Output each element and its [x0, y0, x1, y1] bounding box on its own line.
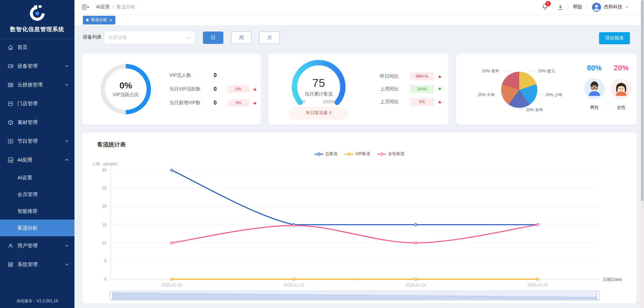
sub-item-label: 客流分析 — [17, 225, 38, 231]
stat-row: 上周同比 100% — [380, 85, 445, 93]
sidebar-subitem-ai-settings[interactable]: AI设置 — [0, 169, 74, 186]
svg-text:2025-01-25: 2025-01-25 — [527, 283, 548, 288]
close-icon[interactable] — [109, 19, 112, 21]
datazoom-left-handle[interactable] — [110, 291, 113, 300]
stat-value: 0 — [214, 86, 228, 92]
sidebar-item-ai[interactable]: AI AI应用 — [0, 150, 74, 169]
sidebar-item-label: 节目管理 — [17, 138, 65, 144]
pie-label-middleage: 20% 中年 — [478, 92, 495, 98]
stat-label: 上周同比 — [380, 86, 410, 92]
sidebar-item-label: AI应用 — [17, 157, 65, 163]
down-arrow-icon — [438, 88, 441, 90]
sidebar-item-splice[interactable]: 云拼接管理 — [0, 75, 74, 94]
help-link[interactable]: 帮助 — [573, 4, 582, 10]
svg-text:15: 15 — [102, 222, 107, 227]
sidebar-item-home[interactable]: 首页 — [0, 38, 74, 57]
divider — [568, 5, 568, 10]
tabbar: 客流分析 — [74, 14, 641, 26]
main-content: 设备列表 全部设备 日 周 月 导出报表 0% VIP活跃占比 — [74, 26, 641, 308]
splice-icon — [7, 82, 13, 88]
svg-text:20: 20 — [102, 204, 107, 209]
app-logo — [0, 0, 74, 22]
active-dot-icon — [86, 19, 89, 21]
sidebar-item-label: 设备管理 — [17, 63, 65, 69]
sidebar-item-materials[interactable]: 素材管理 — [0, 113, 74, 132]
sidebar-item-users[interactable]: 用户管理 — [0, 236, 74, 255]
sub-item-label: AI设置 — [17, 175, 32, 181]
topbar: AI应用 / 客流分析 5 帮助 杰和科技 — [74, 0, 641, 14]
stat-label: 当日新增VIP数 — [169, 100, 214, 106]
daily-traffic-card: 75 当日累计客流 0 10000 昨日客流量 0 昨日同比 999+% 上周同… — [268, 54, 448, 125]
device-select[interactable]: 全部设备 — [104, 31, 195, 44]
x-axis-title: 日期(Date) — [603, 277, 622, 283]
traffic-statistics-card: 客流统计表 总客流 VIP客流 女性客流 人数（people） 05101520… — [82, 132, 637, 303]
breadcrumb: AI应用 / 客流分析 — [96, 4, 135, 10]
stat-row: 上月同比 0% — [380, 98, 445, 106]
yesterday-traffic-pill: 昨日客流量 0 — [289, 107, 348, 119]
period-day-button[interactable]: 日 — [203, 32, 223, 44]
stat-row: VIP总人数 0 — [169, 71, 258, 79]
pie-leader-lines — [456, 54, 567, 125]
up-arrow-icon — [253, 88, 257, 90]
vip-stat-rows: VIP总人数 0 当日VIP活跃数 0 0% 当日新增VIP数 0 0% — [169, 54, 261, 125]
stat-badge: 0% — [228, 85, 249, 93]
datazoom-slider[interactable] — [111, 291, 599, 301]
sidebar-subitem-traffic-analysis[interactable]: 客流分析 — [0, 220, 74, 236]
sub-item-label: 智能推荐 — [17, 208, 38, 214]
stat-row: 当日新增VIP数 0 0% — [169, 99, 258, 107]
menu-fold-icon[interactable] — [82, 4, 89, 10]
system-icon — [7, 261, 13, 267]
sidebar-item-system[interactable]: 系统管理 — [0, 255, 74, 274]
sidebar-item-label: 系统管理 — [17, 261, 65, 268]
stat-badge: 100% — [410, 85, 434, 93]
svg-text:AI: AI — [9, 159, 12, 162]
stat-row: 昨日同比 999+% — [380, 72, 445, 80]
vip-activity-card: 0% VIP活跃占比 VIP总人数 0 当日VIP活跃数 0 0% — [82, 54, 261, 125]
filter-toolbar: 设备列表 全部设备 日 周 月 导出报表 — [74, 30, 641, 44]
breadcrumb-parent[interactable]: AI应用 — [96, 4, 110, 10]
daily-traffic-value: 75 — [268, 77, 369, 88]
export-report-button[interactable]: 导出报表 — [599, 32, 630, 44]
sidebar-item-devices[interactable]: 设备管理 — [0, 57, 74, 75]
pie-label-youth: 20% 青年 — [526, 107, 543, 113]
male-percent: 80% — [587, 64, 602, 72]
download-button[interactable] — [558, 4, 563, 10]
datazoom-right-handle[interactable] — [597, 291, 600, 300]
gauge-min: 0 — [303, 99, 305, 104]
chevron-up-icon — [65, 159, 68, 161]
sidebar: 数智化信息管理系统 首页 设备管理 云拼接管理 门店管理 — [0, 0, 74, 308]
breadcrumb-separator: / — [112, 4, 114, 10]
sidebar-subitem-recommend[interactable]: 智能推荐 — [0, 203, 74, 220]
sidebar-item-programs[interactable]: 节目管理 — [0, 132, 74, 150]
account-menu[interactable]: 杰和科技 — [592, 3, 629, 12]
vip-donut-center: 0% VIP活跃占比 — [101, 64, 151, 114]
sidebar-item-stores[interactable]: 门店管理 — [0, 94, 74, 113]
tab-traffic-analysis[interactable]: 客流分析 — [83, 16, 115, 24]
company-name: 杰和科技 — [604, 4, 623, 10]
app-title: 数智化信息管理系统 — [0, 25, 74, 33]
male-avatar — [584, 78, 605, 99]
download-icon — [558, 4, 563, 10]
notifications-button[interactable]: 5 — [542, 3, 548, 11]
vip-active-percent: 0% — [119, 80, 132, 91]
topbar-actions: 5 帮助 杰和科技 — [542, 3, 629, 12]
gender-block: 80% — [581, 64, 641, 111]
sidebar-nav: 首页 设备管理 云拼接管理 门店管理 素材管理 节目管 — [0, 38, 74, 274]
divider — [587, 5, 587, 10]
sidebar-item-label: 素材管理 — [17, 119, 68, 126]
female-avatar — [611, 78, 632, 99]
page-scrollbar — [641, 0, 644, 308]
scrollbar-thumb[interactable] — [641, 0, 644, 201]
stat-value: 0 — [214, 100, 228, 106]
sidebar-subitem-members[interactable]: 会员管理 — [0, 186, 74, 203]
chevron-down-icon — [65, 263, 68, 265]
chevron-down-icon — [65, 140, 68, 142]
period-week-button[interactable]: 周 — [231, 32, 252, 44]
stat-badge: 0% — [228, 99, 249, 107]
period-month-button[interactable]: 月 — [259, 32, 280, 44]
vip-donut-caption: VIP活跃占比 — [113, 92, 139, 98]
stat-badge: 999+% — [410, 72, 434, 80]
stat-label: VIP总人数 — [169, 72, 214, 78]
device-list-label: 设备列表 — [83, 34, 102, 40]
device-select-placeholder: 全部设备 — [108, 35, 187, 41]
